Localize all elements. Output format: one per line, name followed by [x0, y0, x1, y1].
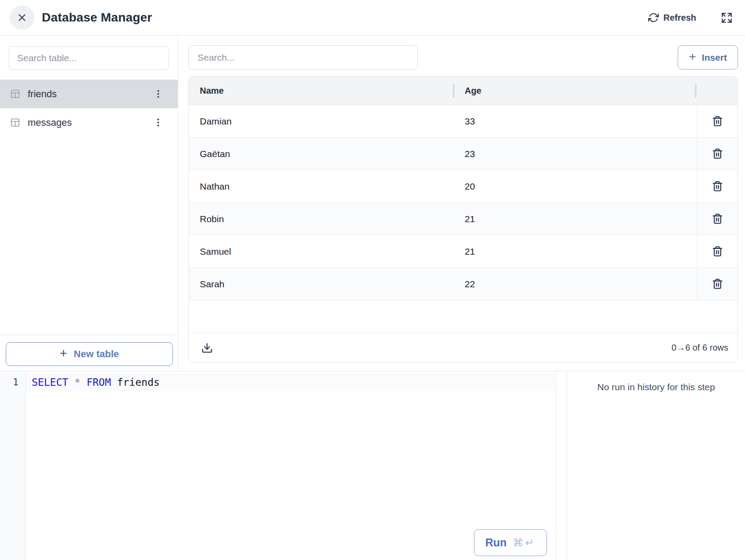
run-button[interactable]: Run ⌘↵ — [474, 529, 547, 556]
grid-header: Name Age — [189, 77, 738, 105]
table-row: Robin 21 — [189, 203, 738, 235]
table-options-button[interactable] — [152, 116, 165, 129]
plus-icon: + — [60, 347, 67, 360]
insert-label: Insert — [702, 52, 727, 63]
delete-row-button[interactable] — [710, 244, 725, 259]
sidebar-footer: + New table — [0, 335, 178, 371]
trash-icon — [712, 115, 723, 127]
refresh-icon — [648, 12, 659, 23]
delete-row-button[interactable] — [710, 146, 725, 161]
trash-icon — [712, 213, 723, 225]
kebab-menu-icon — [154, 118, 163, 127]
plus-icon: + — [689, 51, 696, 63]
results-panel: + Insert Name Age Damian 33 — [178, 36, 745, 371]
cell-name: Damian — [189, 116, 454, 127]
cell-age: 20 — [454, 181, 697, 192]
cell-name: Robin — [189, 214, 454, 224]
row-actions — [697, 138, 738, 170]
cell-age: 23 — [454, 149, 697, 159]
table-name-label: friends — [28, 88, 152, 100]
trash-icon — [712, 148, 723, 160]
insert-button[interactable]: + Insert — [678, 45, 738, 70]
new-table-label: New table — [74, 348, 119, 360]
delete-row-button[interactable] — [710, 276, 725, 292]
column-header-age: Age — [454, 86, 697, 96]
close-button[interactable] — [10, 5, 34, 30]
table-row: Nathan 20 — [189, 170, 738, 203]
refresh-label: Refresh — [664, 13, 696, 23]
rows-search-input[interactable] — [188, 45, 418, 70]
grid-footer: 0→6 of 6 rows — [189, 333, 738, 362]
row-actions — [697, 235, 738, 267]
sidebar: friends messages + New table — [0, 36, 178, 371]
sidebar-item-friends[interactable]: friends — [0, 80, 178, 108]
database-manager-window: Database Manager Refresh — [0, 0, 745, 560]
editor-scrollbar[interactable] — [556, 371, 567, 560]
header-bar: Database Manager Refresh — [0, 0, 745, 36]
download-button[interactable] — [200, 341, 214, 355]
cell-age: 21 — [454, 246, 697, 257]
cell-name: Samuel — [189, 246, 454, 257]
sql-editor-pane: 1 SELECT * FROM friends Run ⌘↵ — [0, 371, 567, 560]
trash-icon — [712, 278, 723, 290]
sql-token-keyword: SELECT — [32, 377, 68, 388]
table-row: Sarah 22 — [189, 268, 738, 300]
table-row: Damian 33 — [189, 105, 738, 138]
empty-row-space — [189, 300, 738, 333]
cell-name: Nathan — [189, 181, 454, 192]
close-icon — [16, 12, 28, 23]
results-toolbar: + Insert — [178, 36, 745, 70]
history-empty-message: No run in history for this step — [567, 382, 745, 392]
table-body: Damian 33 Gaëtan 23 Nathan 20 — [189, 105, 738, 333]
table-row: Samuel 21 — [189, 235, 738, 268]
row-actions — [697, 170, 738, 202]
data-grid: Name Age Damian 33 Gaëtan 23 — [188, 76, 738, 363]
refresh-button[interactable]: Refresh — [648, 12, 696, 23]
content-area: friends messages + New table — [0, 36, 745, 371]
rows-count-info: 0→6 of 6 rows — [672, 343, 728, 353]
table-grid-icon — [10, 117, 20, 128]
row-actions — [697, 105, 738, 137]
download-icon — [201, 342, 213, 354]
run-label: Run — [485, 536, 507, 549]
run-shortcut-hint: ⌘↵ — [513, 537, 536, 549]
table-options-button[interactable] — [152, 88, 165, 100]
delete-row-button[interactable] — [710, 211, 725, 227]
cell-name: Sarah — [189, 279, 454, 289]
sql-token-plain — [81, 377, 87, 388]
table-grid-icon — [10, 89, 20, 99]
column-header-name: Name — [189, 86, 454, 96]
table-row: Gaëtan 23 — [189, 138, 738, 170]
sidebar-spacer — [0, 137, 178, 335]
expand-icon — [721, 12, 733, 24]
trash-icon — [712, 180, 723, 192]
trash-icon — [712, 245, 723, 257]
sql-code-line: SELECT * FROM friends — [26, 373, 567, 391]
column-resize-handle[interactable] — [453, 84, 455, 98]
table-name-label: messages — [28, 117, 152, 128]
table-search-input[interactable] — [9, 46, 169, 70]
sql-token-plain — [68, 377, 74, 388]
sql-token-operator: * — [74, 377, 81, 388]
page-title: Database Manager — [42, 11, 152, 25]
kebab-menu-icon — [154, 89, 163, 99]
sidebar-item-messages[interactable]: messages — [0, 108, 178, 137]
row-actions — [697, 268, 738, 300]
bottom-section: 1 SELECT * FROM friends Run ⌘↵ No run in… — [0, 371, 745, 560]
delete-row-button[interactable] — [710, 179, 725, 194]
row-actions — [697, 203, 738, 235]
column-resize-handle[interactable] — [695, 84, 697, 98]
new-table-button[interactable]: + New table — [6, 342, 173, 366]
delete-row-button[interactable] — [710, 113, 725, 129]
table-list: friends messages — [0, 80, 178, 137]
fullscreen-button[interactable] — [721, 12, 733, 24]
cell-age: 33 — [454, 116, 697, 127]
sql-token-plain: friends — [117, 377, 160, 388]
sql-token-plain — [111, 377, 117, 388]
editor-gutter: 1 — [0, 371, 26, 560]
sql-token-keyword: FROM — [87, 377, 111, 388]
cell-age: 21 — [454, 214, 697, 224]
cell-name: Gaëtan — [189, 149, 454, 159]
line-number: 1 — [0, 373, 18, 391]
cell-age: 22 — [454, 279, 697, 289]
